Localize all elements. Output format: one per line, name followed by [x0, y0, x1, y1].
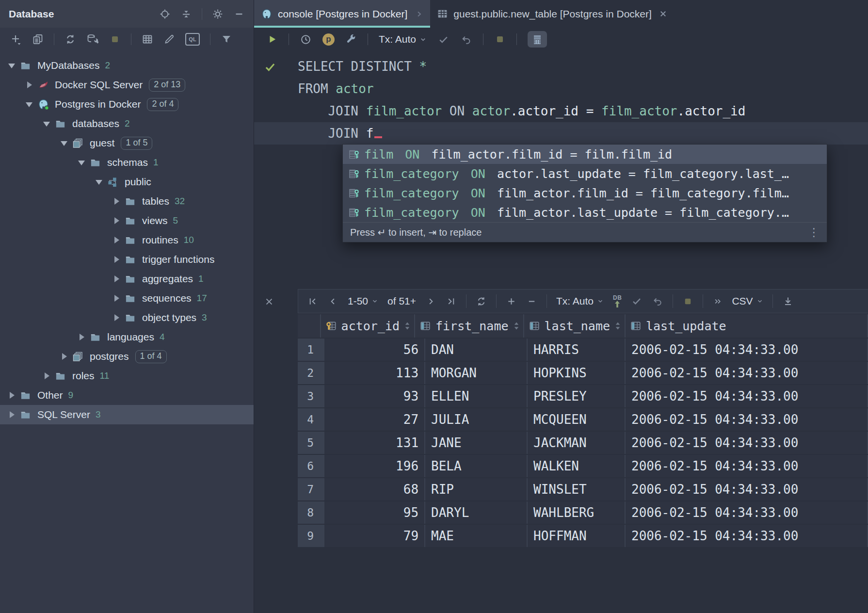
tab-new-table[interactable]: guest.public.new_table [Postgres in Dock… [430, 0, 674, 28]
tree-item-routines[interactable]: routines10 [0, 230, 254, 250]
cell-last-update[interactable]: 2006-02-15 04:34:33.00 [626, 339, 868, 361]
cell-last-update[interactable]: 2006-02-15 04:34:33.00 [626, 525, 868, 547]
chevron-expanded-icon[interactable] [78, 158, 86, 167]
datasource-properties-icon[interactable] [86, 33, 99, 45]
table-view-icon[interactable] [142, 33, 153, 45]
close-results-icon[interactable] [264, 296, 274, 307]
cell-last-update[interactable]: 2006-02-15 04:34:33.00 [626, 362, 868, 384]
tree-item-tables[interactable]: tables32 [0, 192, 254, 211]
edit-pencil-icon[interactable] [163, 33, 175, 45]
cell-last-name[interactable]: HARRIS [528, 339, 626, 361]
row-number[interactable]: 4 [298, 408, 324, 431]
chevron-collapsed-icon[interactable] [113, 274, 121, 283]
autocomplete-item[interactable]: film_category ON film_actor.film_id = fi… [343, 183, 827, 203]
column-header-first-name[interactable]: first_name [415, 314, 524, 338]
row-number[interactable]: 6 [298, 455, 324, 477]
tree-item-postgres[interactable]: postgres1 of 4 [0, 347, 254, 366]
cell-last-name[interactable]: WALKEN [528, 455, 626, 477]
chevron-collapsed-icon[interactable] [43, 371, 51, 380]
stop-icon[interactable] [494, 33, 506, 45]
close-icon[interactable] [659, 10, 667, 18]
column-header-actor-id[interactable]: actor_id [321, 314, 415, 338]
page-range-dropdown[interactable]: 1-50 [348, 295, 378, 307]
chevron-collapsed-icon[interactable] [8, 410, 16, 419]
chevron-collapsed-icon[interactable] [25, 81, 34, 89]
in-editor-results-toggle[interactable] [528, 31, 547, 48]
chevron-collapsed-icon[interactable] [113, 294, 121, 303]
last-page-icon[interactable] [446, 296, 457, 307]
more-menu-icon[interactable]: ⋮ [808, 227, 820, 238]
reload-icon[interactable] [476, 296, 487, 307]
chevron-expanded-icon[interactable] [8, 61, 16, 70]
rollback-icon[interactable] [460, 33, 472, 46]
chevron-collapsed-icon[interactable] [113, 216, 121, 225]
cell-last-name[interactable]: HOFFMAN [528, 525, 626, 547]
cell-last-update[interactable]: 2006-02-15 04:34:33.00 [626, 501, 868, 524]
chevron-double-icon[interactable] [712, 296, 723, 306]
autocomplete-item[interactable]: film_category ON actor.last_update = fil… [343, 164, 827, 183]
cell-actor-id[interactable]: 196 [324, 455, 426, 477]
cell-actor-id[interactable]: 95 [324, 501, 426, 524]
cell-last-name[interactable]: PRESLEY [528, 385, 626, 407]
cell-first-name[interactable]: JANE [425, 432, 528, 454]
tree-item-roles[interactable]: roles11 [0, 366, 254, 386]
duplicate-icon[interactable] [32, 33, 44, 45]
cell-actor-id[interactable]: 27 [324, 408, 426, 431]
tree-item-docker-sql-server[interactable]: Docker SQL Server2 of 13 [0, 75, 254, 95]
tree-item-public[interactable]: public [0, 172, 254, 192]
locate-icon[interactable] [159, 8, 171, 20]
tab-console[interactable]: console [Postgres in Docker] [254, 0, 430, 28]
autocomplete-item[interactable]: film ON film_actor.film_id = film.film_i… [343, 145, 827, 164]
settings-gear-icon[interactable] [212, 8, 224, 20]
cell-actor-id[interactable]: 113 [324, 362, 426, 384]
row-number[interactable]: 1 [298, 339, 324, 361]
chevron-collapsed-icon[interactable] [113, 255, 121, 264]
row-number[interactable]: 2 [298, 362, 324, 384]
cell-actor-id[interactable]: 79 [324, 525, 426, 547]
cell-actor-id[interactable]: 93 [324, 385, 426, 407]
chevron-collapsed-icon[interactable] [113, 313, 121, 322]
tx-mode-dropdown[interactable]: Tx: Auto [379, 33, 427, 45]
wrench-icon[interactable] [345, 33, 357, 45]
cell-actor-id[interactable]: 68 [324, 478, 426, 500]
tree-item-trigger-functions[interactable]: trigger functions [0, 250, 254, 269]
rollback-icon[interactable] [652, 295, 663, 307]
stop-icon[interactable] [109, 33, 121, 45]
cell-last-update[interactable]: 2006-02-15 04:34:33.00 [626, 478, 868, 500]
tree-item-schemas[interactable]: schemas1 [0, 153, 254, 172]
cell-last-name[interactable]: WAHLBERG [528, 501, 626, 524]
tree-item-other[interactable]: Other9 [0, 386, 254, 405]
row-number[interactable]: 8 [298, 501, 324, 524]
cell-last-name[interactable]: MCQUEEN [528, 408, 626, 431]
run-icon[interactable] [266, 33, 278, 45]
stop-icon[interactable] [682, 296, 693, 307]
chevron-expanded-icon[interactable] [95, 177, 104, 186]
tx-mode-dropdown[interactable]: Tx: Auto [556, 295, 604, 307]
tree-item-postgres-in-docker[interactable]: Postgres in Docker2 of 4 [0, 95, 254, 114]
chevron-collapsed-icon[interactable] [60, 352, 69, 361]
tree-item-sql-server[interactable]: SQL Server3 [0, 405, 254, 424]
chevron-expanded-icon[interactable] [25, 100, 34, 109]
column-header-last-name[interactable]: last_name [524, 314, 626, 338]
cell-last-name[interactable]: JACKMAN [528, 432, 626, 454]
commit-check-icon[interactable] [631, 295, 643, 307]
cell-first-name[interactable]: ELLEN [425, 385, 528, 407]
delete-row-icon[interactable] [526, 296, 537, 307]
hide-panel-icon[interactable] [233, 8, 245, 20]
submit-to-database-icon[interactable]: DB [613, 295, 622, 308]
tree-item-databases[interactable]: databases2 [0, 114, 254, 133]
cell-first-name[interactable]: DAN [425, 339, 528, 361]
chevron-collapsed-icon[interactable] [113, 197, 121, 206]
chevron-collapsed-icon[interactable] [8, 391, 16, 400]
cell-actor-id[interactable]: 131 [324, 432, 426, 454]
chevron-expanded-icon[interactable] [43, 119, 51, 128]
cell-first-name[interactable]: JULIA [425, 408, 528, 431]
row-number[interactable]: 5 [298, 432, 324, 454]
cell-actor-id[interactable]: 56 [324, 339, 426, 361]
tree-item-guest[interactable]: guest1 of 5 [0, 133, 254, 153]
history-clock-icon[interactable] [300, 33, 312, 46]
collapse-all-icon[interactable] [180, 8, 192, 20]
jump-to-console-icon[interactable]: QL [185, 33, 200, 46]
tree-item-views[interactable]: views5 [0, 211, 254, 230]
cell-first-name[interactable]: MORGAN [425, 362, 528, 384]
